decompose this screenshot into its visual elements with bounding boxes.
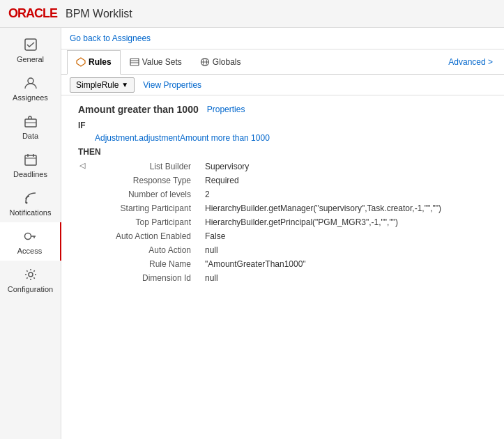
svg-rect-4 <box>25 155 36 165</box>
tab-rules[interactable]: Rules <box>67 50 121 75</box>
simple-rule-label: SimpleRule <box>76 80 119 90</box>
table-row: Rule Name"AmountGreaterThan1000" <box>88 257 493 271</box>
property-value: False <box>199 229 493 243</box>
sidebar-item-general[interactable]: General <box>0 31 61 69</box>
table-row: List BuilderSupervisory <box>88 160 493 174</box>
view-properties-link[interactable]: View Properties <box>143 80 201 90</box>
oracle-logo: ORACLE <box>8 6 57 21</box>
property-value: null <box>199 243 493 257</box>
dropdown-arrow-icon: ▼ <box>121 81 128 88</box>
property-label: Auto Action Enabled <box>88 229 199 243</box>
sub-toolbar: SimpleRule ▼ View Properties <box>61 75 504 95</box>
rule-properties-link[interactable]: Properties <box>207 105 245 114</box>
property-label: Rule Name <box>88 257 199 271</box>
content-area: Go back to Assignees Rules <box>61 28 504 439</box>
table-row: Auto Action EnabledFalse <box>88 229 493 243</box>
table-row: Response TypeRequired <box>88 174 493 187</box>
check-square-icon <box>22 36 39 53</box>
key-icon <box>22 228 38 245</box>
sidebar-item-access[interactable]: Access <box>0 222 61 261</box>
tab-globals-label: Globals <box>213 57 241 67</box>
sidebar-item-configuration[interactable]: Configuration <box>0 261 61 299</box>
calendar-icon <box>22 151 39 168</box>
breadcrumb-link[interactable]: Go back to Assignees <box>70 33 151 43</box>
rss-icon <box>22 190 39 206</box>
gear-icon <box>22 266 39 283</box>
svg-marker-11 <box>77 58 85 66</box>
rule-then-section: THEN ◁ List BuilderSupervisoryResponse T… <box>78 147 493 285</box>
sidebar-item-data[interactable]: Data <box>0 107 61 146</box>
property-value: Supervisory <box>199 160 493 174</box>
property-value: 2 <box>199 187 493 201</box>
sidebar-item-deadlines-label: Deadlines <box>13 170 47 178</box>
sidebar-item-notifications[interactable]: Notifications <box>0 184 61 222</box>
rules-tab-icon <box>76 57 86 67</box>
then-keyword: THEN <box>78 147 493 157</box>
sidebar: General Assignees Data <box>0 28 61 439</box>
collapse-handle[interactable]: ◁ <box>78 161 86 169</box>
table-row: Number of levels2 <box>88 187 493 201</box>
property-label: Starting Participant <box>88 201 199 215</box>
sidebar-item-general-label: General <box>17 55 44 63</box>
property-label: Number of levels <box>88 187 199 201</box>
sidebar-item-deadlines[interactable]: Deadlines <box>0 146 61 184</box>
properties-area: ◁ List BuilderSupervisoryResponse TypeRe… <box>78 160 493 285</box>
table-row: Auto Actionnull <box>88 243 493 257</box>
breadcrumb: Go back to Assignees <box>61 28 504 49</box>
svg-point-9 <box>24 233 31 240</box>
rule-title-row: Amount greater than 1000 Properties <box>78 104 493 115</box>
table-row: Dimension Idnull <box>88 271 493 285</box>
sidebar-item-assignees[interactable]: Assignees <box>0 69 61 107</box>
property-label: Top Participant <box>88 215 199 229</box>
briefcase-icon <box>22 113 39 130</box>
value-sets-tab-icon <box>130 57 139 67</box>
tabs-bar: Rules Value Sets <box>61 49 504 75</box>
table-row: Top ParticipantHierarchyBuilder.getPrinc… <box>88 215 493 229</box>
app-header: ORACLE BPM Worklist <box>0 0 504 28</box>
simple-rule-dropdown[interactable]: SimpleRule ▼ <box>70 77 135 93</box>
properties-table: List BuilderSupervisoryResponse TypeRequ… <box>88 160 493 285</box>
person-icon <box>22 75 39 91</box>
svg-point-8 <box>25 202 27 204</box>
tab-rules-label: Rules <box>89 57 112 67</box>
sidebar-item-data-label: Data <box>22 132 38 140</box>
table-row: Starting ParticipantHierarchyBuilder.get… <box>88 201 493 215</box>
property-value: "AmountGreaterThan1000" <box>199 257 493 271</box>
tab-value-sets[interactable]: Value Sets <box>121 49 191 74</box>
main-layout: General Assignees Data <box>0 28 504 439</box>
sidebar-item-configuration-label: Configuration <box>8 285 53 293</box>
svg-point-1 <box>28 78 33 84</box>
property-label: Dimension Id <box>88 271 199 285</box>
rule-name: Amount greater than 1000 <box>78 104 199 115</box>
globals-tab-icon <box>200 57 210 67</box>
property-label: Auto Action <box>88 243 199 257</box>
tab-advanced[interactable]: Advanced > <box>443 53 498 71</box>
rule-content: Amount greater than 1000 Properties IF A… <box>61 95 504 298</box>
property-value: Required <box>199 174 493 187</box>
svg-point-10 <box>29 272 33 277</box>
tab-globals[interactable]: Globals <box>191 49 250 74</box>
sidebar-item-assignees-label: Assignees <box>13 93 48 102</box>
property-value: null <box>199 271 493 285</box>
svg-rect-12 <box>130 59 139 66</box>
tab-value-sets-label: Value Sets <box>142 57 182 67</box>
svg-rect-0 <box>25 39 36 50</box>
property-value: HierarchyBuilder.getManager("supervisory… <box>199 201 493 215</box>
app-title: BPM Worklist <box>66 8 132 20</box>
rule-condition[interactable]: Adjustment.adjustmentAmount more than 10… <box>78 133 493 143</box>
sidebar-item-notifications-label: Notifications <box>10 208 52 217</box>
rule-if-section: IF Adjustment.adjustmentAmount more than… <box>78 121 493 143</box>
if-keyword: IF <box>78 121 493 130</box>
property-label: Response Type <box>88 174 199 187</box>
property-value: HierarchyBuilder.getPrincipal("PGM_MGR3"… <box>199 215 493 229</box>
sidebar-item-access-label: Access <box>17 247 42 255</box>
property-label: List Builder <box>88 160 199 174</box>
